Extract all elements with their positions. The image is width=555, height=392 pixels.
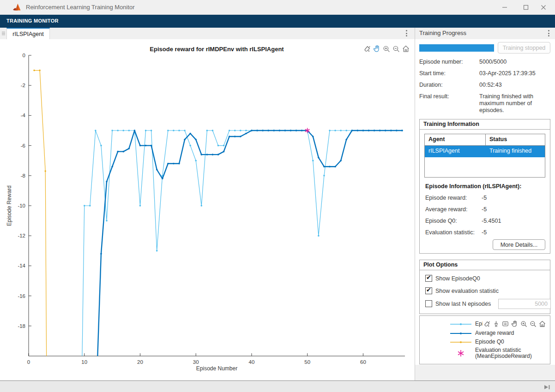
training-chart[interactable]: 01020304050600-2-4-6-8-10-12-14-16-18Epi…	[5, 39, 415, 380]
home-restore-view-icon[interactable]	[402, 44, 410, 53]
close-button[interactable]	[536, 2, 551, 13]
field-value: -5	[482, 206, 487, 213]
training-information-group: Training Information Agent Status rILSPI…	[419, 119, 550, 254]
legend-asterisk-sample	[450, 348, 471, 358]
svg-text:10: 10	[81, 359, 87, 365]
svg-text:-18: -18	[18, 323, 25, 329]
svg-text:-14: -14	[18, 263, 25, 268]
legend-line-sample	[450, 331, 471, 336]
more-details-button[interactable]: More Details...	[493, 239, 545, 250]
panel-title: Training Progress	[419, 30, 466, 36]
svg-text:60: 60	[360, 359, 366, 365]
episode-reward-row: Episode reward: -5	[425, 195, 545, 201]
home-restore-view-icon[interactable]	[538, 320, 546, 329]
legend-entry-episode-q0[interactable]: Episode Q0	[450, 339, 504, 345]
field-label: Episode Q0:	[425, 218, 457, 224]
field-value: 00:52:43	[479, 82, 550, 89]
tab-rilspiagent[interactable]: rILSPIAgent	[6, 28, 50, 39]
legend-label: Episode Q0	[475, 339, 504, 345]
checkbox-row-evaluation[interactable]: Show evaluation statistic	[425, 287, 499, 294]
legend-entry-average-reward[interactable]: Average reward	[450, 330, 514, 336]
legend-label: Evaluation statistic (MeanEpisodeReward)	[475, 347, 545, 359]
legend-line-sample	[450, 322, 471, 327]
ribbon-bar: TRAINING MONITOR	[0, 15, 555, 28]
minimize-button[interactable]	[497, 2, 513, 13]
datatip-icon[interactable]	[501, 320, 509, 329]
panel-filler	[415, 365, 555, 380]
field-value: 5000/5000	[479, 59, 550, 65]
svg-text:-4: -4	[21, 113, 26, 118]
legend-entry-evaluation-statistic[interactable]: Evaluation statistic (MeanEpisodeReward)	[450, 347, 545, 359]
tab-label: rILSPIAgent	[12, 31, 43, 37]
show-evaluation-statistic-checkbox[interactable]	[425, 287, 432, 294]
field-label: Duration:	[419, 82, 443, 88]
window-title: Reinforcement Learning Training Monitor	[26, 4, 135, 11]
chart-pane: 01020304050600-2-4-6-8-10-12-14-16-18Epi…	[0, 39, 415, 380]
panel-menu-icon[interactable]	[545, 28, 552, 38]
field-label: Evaluation statistic:	[425, 229, 475, 236]
svg-text:-10: -10	[18, 203, 25, 208]
field-value: -5	[482, 195, 487, 201]
svg-text:30: 30	[193, 359, 199, 365]
show-episodeq0-checkbox[interactable]	[425, 275, 432, 282]
brush-data-icon[interactable]	[483, 320, 491, 329]
table-row-selected[interactable]: rILSPIAgent Training finished	[425, 146, 545, 157]
svg-text:50: 50	[304, 359, 310, 365]
cell-agent: rILSPIAgent	[425, 146, 485, 157]
legend-toolbar	[483, 319, 550, 329]
episode-info-title: Episode Information (rILSPIAgent):	[425, 183, 521, 190]
svg-text:Episode Reward: Episode Reward	[6, 185, 12, 226]
svg-text:Episode reward for rIMDPEnv wi: Episode reward for rIMDPEnv with rILSPIA…	[150, 46, 284, 53]
show-last-n-episodes-checkbox[interactable]	[425, 300, 432, 307]
chart-legend: Episode reward	[419, 315, 550, 364]
pan-hand-icon[interactable]	[510, 320, 519, 329]
checkbox-row-episodeq0[interactable]: Show EpisodeQ0	[425, 275, 480, 282]
field-value: 03-Apr-2025 17:39:35	[479, 70, 550, 77]
svg-text:-16: -16	[18, 293, 25, 299]
zoom-out-icon[interactable]	[392, 44, 400, 53]
legend-label: Average reward	[475, 330, 514, 336]
svg-text:-8: -8	[21, 173, 25, 178]
checkbox-row-last-n[interactable]: Show last N episodes	[425, 300, 491, 307]
status-bar	[0, 380, 555, 392]
field-value: Training finished with maximum number of…	[479, 93, 550, 114]
field-label: Average reward:	[425, 206, 468, 213]
zoom-in-icon[interactable]	[382, 44, 391, 53]
svg-text:Episode Number: Episode Number	[196, 365, 237, 372]
training-stopped-button[interactable]: Training stopped	[498, 42, 550, 53]
svg-text:-2: -2	[21, 83, 25, 88]
chart-toolbar	[363, 44, 410, 53]
training-progress-bar	[419, 44, 494, 52]
brush-data-icon[interactable]	[363, 44, 371, 53]
tab-bar: rILSPIAgent Training Progress	[0, 28, 555, 39]
svg-text:-12: -12	[18, 233, 25, 238]
expand-panel-icon[interactable]	[544, 384, 550, 392]
drag-grip-icon[interactable]	[0, 28, 6, 39]
episode-q0-row: Episode Q0: -5.4501	[425, 218, 545, 224]
agent-status-table[interactable]: Agent Status rILSPIAgent Training finish…	[424, 134, 545, 178]
column-header-agent[interactable]: Agent	[425, 134, 485, 145]
group-title: Plot Options	[420, 260, 550, 270]
field-label: Episode reward:	[425, 195, 467, 201]
ribbon-tab-training-monitor[interactable]: TRAINING MONITOR	[6, 18, 59, 24]
title-bar: Reinforcement Learning Training Monitor	[0, 0, 555, 15]
pan-hand-icon[interactable]	[373, 44, 381, 53]
zoom-in-icon[interactable]	[519, 320, 528, 329]
column-header-status[interactable]: Status	[485, 134, 545, 145]
field-value: -5.4501	[482, 218, 501, 224]
n-episodes-input[interactable]	[498, 299, 551, 309]
svg-text:40: 40	[249, 359, 255, 365]
zoom-out-icon[interactable]	[529, 320, 537, 329]
average-reward-row: Average reward: -5	[425, 206, 545, 213]
field-label: Start time:	[419, 70, 446, 77]
maximize-button[interactable]	[518, 2, 534, 13]
svg-text:0: 0	[23, 53, 25, 58]
progress-fill	[419, 44, 494, 52]
chart-pane-menu-icon[interactable]	[403, 28, 410, 38]
evaluation-statistic-row: Evaluation statistic: -5	[425, 229, 545, 236]
matlab-logo-icon	[12, 3, 22, 13]
paintbrush-icon[interactable]	[492, 320, 500, 329]
group-title: Training Information	[420, 119, 550, 130]
cell-status: Training finished	[485, 146, 545, 157]
checkbox-label: Show evaluation statistic	[435, 288, 499, 294]
